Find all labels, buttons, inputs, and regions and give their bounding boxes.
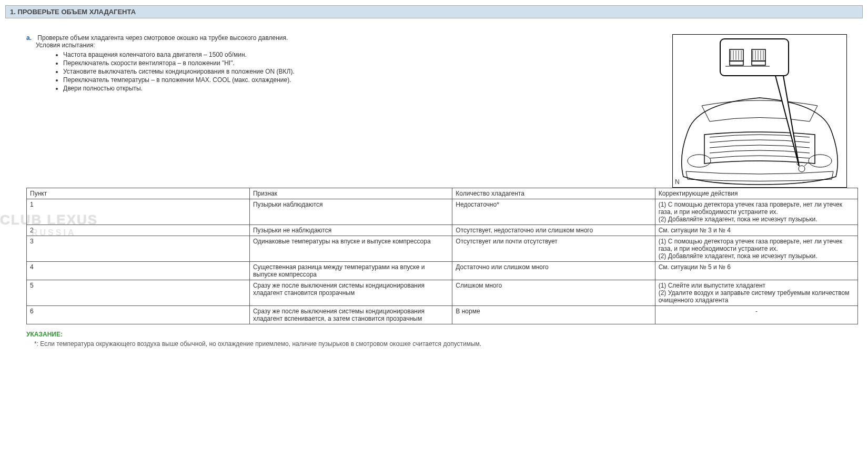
table-row: 1 Пузырьки наблюдаются Недостаточно* (1)… <box>27 199 858 225</box>
refrigerant-table: Пункт Признак Количество хладагента Корр… <box>26 188 858 324</box>
note-text: *: Если температура окружающего воздуха … <box>34 340 863 348</box>
cell-qty: В норме <box>452 306 655 324</box>
cell-sign: Существенная разница между температурами… <box>249 262 452 280</box>
cell-act: (1) С помощью детектора утечек газа пров… <box>655 236 857 262</box>
step-text: Проверьте объем хладагента через смотров… <box>37 34 288 42</box>
cell-act: См. ситуации № 5 и № 6 <box>655 262 857 280</box>
cell-act: (1) С помощью детектора утечек газа пров… <box>655 199 857 225</box>
car-hood-illustration <box>673 35 846 187</box>
section-header: 1. ПРОВЕРЬТЕ ОБЪЕМ ХЛАДАГЕНТА <box>5 5 863 18</box>
cell-act: - <box>655 306 857 324</box>
diagram-corner-label: N <box>675 178 680 186</box>
table-row: 6 Сразу же после выключения системы конд… <box>27 306 858 324</box>
content-body: N a. Проверьте объем хладагента через см… <box>5 18 863 98</box>
svg-rect-3 <box>720 39 789 76</box>
cell-item: 5 <box>27 280 250 306</box>
cell-sign: Пузырьки не наблюдаются <box>249 225 452 236</box>
cell-item: 2 <box>27 225 250 236</box>
engine-diagram: N <box>672 34 847 188</box>
table-row: 2 Пузырьки не наблюдаются Отсутствует, н… <box>27 225 858 236</box>
cell-item: 1 <box>27 199 250 225</box>
col-item-header: Пункт <box>27 188 250 199</box>
svg-point-2 <box>799 166 805 172</box>
col-qty-header: Количество хладагента <box>452 188 655 199</box>
cell-sign: Одинаковые температуры на впуске и выпус… <box>249 236 452 262</box>
cell-qty: Отсутствует или почти отсутствует <box>452 236 655 262</box>
cell-qty: Отсутствует, недостаточно или слишком мн… <box>452 225 655 236</box>
cell-item: 3 <box>27 236 250 262</box>
cell-qty: Недостаточно* <box>452 199 655 225</box>
table-body: 1 Пузырьки наблюдаются Недостаточно* (1)… <box>27 199 858 324</box>
cell-qty: Достаточно или слишком много <box>452 262 655 280</box>
svg-point-1 <box>809 155 832 167</box>
cell-sign: Сразу же после выключения системы кондиц… <box>249 280 452 306</box>
cell-sign: Сразу же после выключения системы кондиц… <box>249 306 452 324</box>
cell-qty: Слишком много <box>452 280 655 306</box>
cell-act: (1) Слейте или выпустите хладагент (2) У… <box>655 280 857 306</box>
table-row: 5 Сразу же после выключения системы конд… <box>27 280 858 306</box>
svg-point-0 <box>688 155 711 167</box>
table-row: 4 Существенная разница между температура… <box>27 262 858 280</box>
cell-sign: Пузырьки наблюдаются <box>249 199 452 225</box>
cell-item: 4 <box>27 262 250 280</box>
note-label: УКАЗАНИЕ: <box>26 331 863 338</box>
step-letter: a. <box>26 34 36 42</box>
cell-act: См. ситуации № 3 и № 4 <box>655 225 857 236</box>
section-title: 1. ПРОВЕРЬТЕ ОБЪЕМ ХЛАДАГЕНТА <box>10 8 136 16</box>
table-row: 3 Одинаковые температуры на впуске и вып… <box>27 236 858 262</box>
table-header-row: Пункт Признак Количество хладагента Корр… <box>27 188 858 199</box>
col-act-header: Корректирующие действия <box>655 188 857 199</box>
cell-item: 6 <box>27 306 250 324</box>
col-sign-header: Признак <box>249 188 452 199</box>
